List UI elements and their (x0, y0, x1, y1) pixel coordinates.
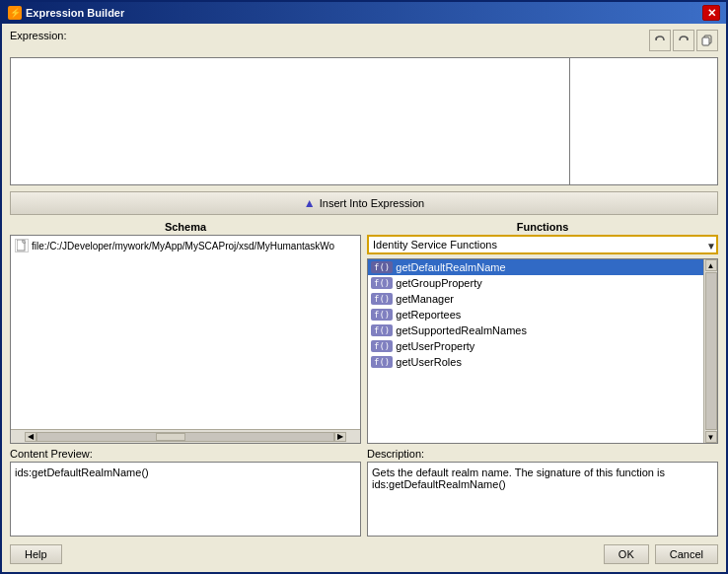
window-body: Expression: (2, 24, 726, 572)
function-badge: f() (371, 340, 393, 352)
function-name: getUserRoles (396, 356, 462, 368)
function-item[interactable]: f()getDefaultRealmName (368, 259, 717, 275)
redo-button[interactable] (673, 30, 694, 51)
cancel-button[interactable]: Cancel (655, 544, 718, 564)
title-bar: ⚡ Expression Builder ✕ (2, 2, 726, 24)
function-badge: f() (371, 324, 393, 336)
function-badge: f() (371, 293, 393, 305)
function-item[interactable]: f()getGroupProperty (368, 275, 717, 291)
function-badge: f() (371, 277, 393, 289)
schema-file-path: file:/C:/JDeveloper/mywork/MyApp/MySCAPr… (32, 241, 334, 251)
description-label: Description: (367, 448, 718, 460)
function-item[interactable]: f()getUserRoles (368, 354, 717, 370)
function-badge: f() (371, 261, 393, 273)
window-icon: ⚡ (8, 6, 22, 20)
close-button[interactable]: ✕ (702, 5, 720, 21)
expression-input[interactable] (11, 58, 569, 184)
function-item[interactable]: f()getSupportedRealmNames (368, 323, 717, 338)
schema-file-icon (15, 239, 29, 252)
ok-button[interactable]: OK (604, 544, 649, 564)
function-name: getDefaultRealmName (396, 261, 505, 273)
functions-category-dropdown[interactable]: Identity Service Functions XPath Functio… (367, 235, 718, 254)
window-title: Expression Builder (26, 7, 124, 19)
preview-label: Content Preview: (10, 448, 361, 460)
scrollbar-down-button[interactable]: ▼ (705, 431, 717, 443)
expression-label: Expression: (10, 30, 66, 41)
function-item[interactable]: f()getReportees (368, 307, 717, 323)
schema-item[interactable]: file:/C:/JDeveloper/mywork/MyApp/MySCAPr… (13, 238, 358, 253)
svg-rect-3 (702, 37, 709, 45)
undo-button[interactable] (649, 30, 671, 51)
function-item[interactable]: f()getManager (368, 291, 717, 307)
schema-tree-wrapper: file:/C:/JDeveloper/mywork/MyApp/MySCAPr… (10, 235, 361, 444)
function-item[interactable]: f()getUserProperty (368, 338, 717, 354)
bottom-buttons: Help OK Cancel (10, 544, 718, 564)
description-box: Gets the default realm name. The signatu… (367, 462, 718, 537)
preview-box: ids:getDefaultRealmName() (10, 462, 361, 537)
schema-scroll-right[interactable]: ▶ (334, 432, 346, 442)
functions-panel: Functions Identity Service Functions XPa… (367, 221, 718, 444)
schema-header: Schema (10, 221, 361, 233)
function-name: getManager (396, 293, 454, 305)
expression-side-panel (569, 58, 717, 184)
insert-btn-row: ▲ Insert Into Expression (10, 191, 718, 215)
preview-panel: Content Preview: ids:getDefaultRealmName… (10, 448, 361, 537)
scrollbar-up-button[interactable]: ▲ (705, 259, 717, 271)
function-name: getReportees (396, 309, 461, 321)
help-button[interactable]: Help (10, 544, 62, 564)
function-badge: f() (371, 356, 393, 368)
schema-hscrollbar[interactable]: ◀ ▶ (11, 429, 360, 443)
schema-functions-section: Schema file:/C:/JDeveloper/mywor (10, 221, 718, 444)
schema-scroll-thumb[interactable] (156, 433, 185, 441)
expression-builder-window: ⚡ Expression Builder ✕ Expression: (0, 0, 728, 574)
ok-cancel-group: OK Cancel (604, 544, 718, 564)
copy-button[interactable] (696, 30, 718, 51)
functions-header: Functions (367, 221, 718, 233)
insert-expression-button[interactable]: ▲ Insert Into Expression (10, 191, 718, 215)
schema-scroll-left[interactable]: ◀ (25, 432, 36, 442)
functions-list: f()getDefaultRealmNamef()getGroupPropert… (367, 258, 718, 444)
expression-area (10, 57, 718, 185)
function-name: getGroupProperty (396, 277, 481, 289)
toolbar (649, 30, 718, 51)
preview-description-row: Content Preview: ids:getDefaultRealmName… (10, 448, 718, 537)
schema-scroll-track (36, 432, 334, 442)
scrollbar-track (705, 272, 717, 430)
schema-panel: Schema file:/C:/JDeveloper/mywor (10, 221, 361, 444)
description-panel: Description: Gets the default realm name… (367, 448, 718, 537)
function-badge: f() (371, 309, 393, 321)
functions-scrollbar[interactable]: ▲ ▼ (703, 259, 717, 443)
schema-tree[interactable]: file:/C:/JDeveloper/mywork/MyApp/MySCAPr… (11, 236, 360, 429)
insert-btn-label: Insert Into Expression (320, 197, 424, 209)
function-name: getSupportedRealmNames (396, 324, 527, 336)
insert-arrow-icon: ▲ (304, 196, 316, 210)
functions-list-inner: f()getDefaultRealmNamef()getGroupPropert… (368, 259, 717, 443)
functions-dropdown-wrapper: Identity Service Functions XPath Functio… (367, 235, 718, 256)
function-name: getUserProperty (396, 340, 474, 352)
